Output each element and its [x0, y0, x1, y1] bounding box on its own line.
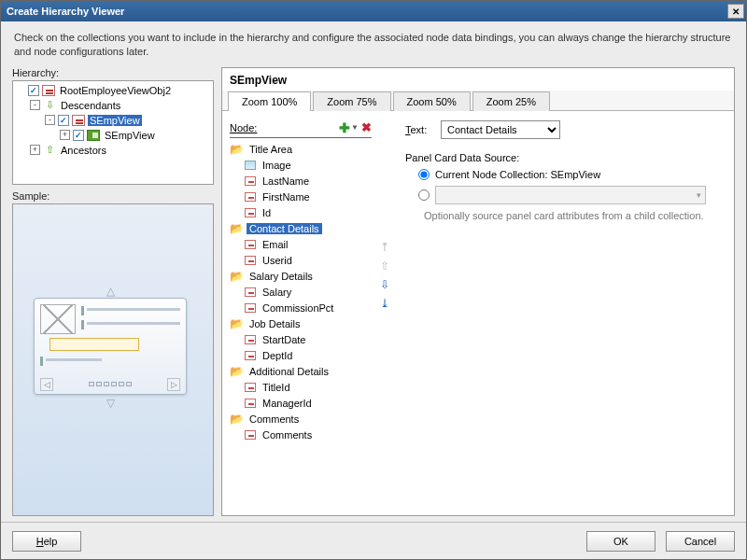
node-tree-item[interactable]: Job Details: [230, 316, 372, 332]
sample-next-icon[interactable]: ▷: [167, 378, 180, 391]
expander-icon[interactable]: +: [60, 130, 70, 140]
node-item-label: FirstName: [260, 191, 313, 203]
node-tree-item[interactable]: DeptId: [230, 348, 372, 364]
move-down-icon[interactable]: ⇩: [377, 277, 392, 292]
node-tree-item[interactable]: LastName: [230, 174, 372, 189]
ok-button[interactable]: OK: [586, 531, 655, 552]
field-icon: [245, 430, 256, 440]
node-header: Node: ✚▼ ✖: [230, 120, 372, 138]
text-select[interactable]: Contact Details: [441, 120, 560, 139]
node-tree-item[interactable]: Id: [230, 205, 372, 221]
node-item-label: Salary Details: [247, 271, 316, 282]
node-tree[interactable]: Title AreaImageLastNameFirstNameIdContac…: [230, 142, 372, 508]
tree-item-label: SEmpView: [103, 130, 157, 141]
delete-button[interactable]: ✖: [361, 120, 372, 134]
node-tree-item[interactable]: ManagerId: [230, 396, 372, 412]
nudge-down-icon: ▽: [106, 397, 115, 410]
text-label: Text:: [405, 124, 441, 135]
zoom-tab[interactable]: Zoom 75%: [313, 91, 390, 111]
node-item-label: Salary: [260, 287, 294, 298]
node-tree-item[interactable]: Salary Details: [230, 269, 372, 285]
node-item-label: TitleId: [260, 382, 293, 393]
cancel-button[interactable]: Cancel: [666, 531, 735, 552]
sample-label: Sample:: [12, 190, 214, 202]
node-tree-item[interactable]: CommissionPct: [230, 301, 372, 316]
node-item-label: DeptId: [260, 350, 295, 361]
checkbox[interactable]: [58, 115, 69, 126]
node-item-label: Contact Details: [247, 223, 322, 234]
move-bottom-icon[interactable]: ⤓: [377, 296, 392, 311]
field-icon: [245, 208, 256, 217]
pcd-child-select: [435, 186, 706, 204]
sample-image-placeholder: [40, 304, 76, 334]
node-item-label: StartDate: [260, 334, 308, 345]
node-tree-item[interactable]: Comments: [230, 412, 372, 427]
node-tree-item[interactable]: TitleId: [230, 380, 372, 396]
hierarchy-item[interactable]: -SEmpView: [15, 113, 211, 128]
node-item-label: Comments: [260, 429, 315, 441]
hier-icon: [72, 115, 85, 126]
expander-icon[interactable]: +: [30, 145, 40, 155]
view-icon: [87, 130, 100, 141]
node-item-label: ManagerId: [260, 398, 315, 409]
pcd-label: Panel Card Data Source:: [405, 152, 726, 163]
title-bar: Create Hierarchy Viewer ✕: [1, 1, 746, 21]
node-item-label: CommissionPct: [260, 302, 336, 314]
expander-icon[interactable]: -: [30, 100, 40, 110]
close-icon[interactable]: ✕: [727, 4, 744, 19]
desc-icon: [43, 100, 56, 111]
field-icon: [245, 351, 256, 360]
pcd-hint: Optionally source panel card attributes …: [424, 210, 726, 221]
folder-icon: [230, 413, 243, 425]
description-text: Check on the collections you want to inc…: [1, 21, 746, 67]
help-button[interactable]: Help: [12, 531, 81, 552]
hierarchy-item[interactable]: -Descendants: [15, 98, 211, 113]
hierarchy-item[interactable]: +Ancestors: [15, 143, 211, 158]
pcd-radio-child[interactable]: [418, 189, 430, 201]
node-tree-item[interactable]: Contact Details: [230, 221, 372, 237]
node-tree-item[interactable]: Email: [230, 237, 372, 253]
zoom-tab[interactable]: Zoom 50%: [393, 91, 471, 111]
sample-prev-icon[interactable]: ◁: [40, 378, 53, 391]
folder-icon: [230, 318, 243, 329]
node-tree-item[interactable]: Additional Details: [230, 364, 372, 380]
add-button[interactable]: ✚▼: [339, 120, 359, 135]
sample-input: [49, 338, 139, 351]
expander-icon[interactable]: -: [45, 115, 55, 125]
field-icon: [245, 303, 256, 313]
node-tree-item[interactable]: StartDate: [230, 332, 372, 348]
node-tree-item[interactable]: Comments: [230, 427, 372, 443]
reorder-arrows: ⤒ ⇧ ⇩ ⤓: [375, 120, 394, 508]
tree-item-label: Ancestors: [59, 145, 108, 156]
node-tree-item[interactable]: Image: [230, 158, 372, 174]
node-tree-item[interactable]: FirstName: [230, 189, 372, 205]
node-item-label: Additional Details: [247, 366, 331, 377]
node-item-label: Userid: [260, 255, 295, 266]
hierarchy-item[interactable]: +SEmpView: [15, 128, 211, 143]
zoom-tab[interactable]: Zoom 100%: [228, 91, 311, 111]
tree-item-label: Descendants: [59, 100, 122, 111]
folder-icon: [230, 271, 243, 282]
nudge-up-icon: △: [106, 285, 115, 298]
tree-item-label: RootEmployeeViewObj2: [58, 85, 173, 96]
window-title: Create Hierarchy Viewer: [7, 6, 124, 17]
hierarchy-label: Hierarchy:: [12, 67, 214, 78]
node-item-label: LastName: [260, 175, 312, 187]
node-item-label: Job Details: [247, 318, 303, 329]
node-tree-item[interactable]: Title Area: [230, 142, 372, 158]
hierarchy-tree[interactable]: RootEmployeeViewObj2-Descendants-SEmpVie…: [12, 80, 214, 185]
footer: Help OK Cancel: [1, 522, 746, 559]
anc-icon: [43, 145, 56, 156]
editor-area: Node: ✚▼ ✖ Title AreaImageLastNameFirstN…: [222, 111, 734, 515]
hierarchy-item[interactable]: RootEmployeeViewObj2: [15, 83, 211, 98]
zoom-tab[interactable]: Zoom 25%: [472, 91, 550, 111]
pcd-radio-current[interactable]: [418, 169, 430, 180]
left-column: Hierarchy: RootEmployeeViewObj2-Descenda…: [12, 67, 214, 516]
hier-icon: [42, 85, 55, 96]
checkbox[interactable]: [73, 130, 84, 141]
node-tree-item[interactable]: Userid: [230, 253, 372, 269]
zoom-tabs: Zoom 100%Zoom 75%Zoom 50%Zoom 25%: [222, 91, 734, 111]
node-tree-item[interactable]: Salary: [230, 285, 372, 301]
checkbox[interactable]: [28, 85, 39, 96]
sample-pager: [89, 382, 132, 386]
